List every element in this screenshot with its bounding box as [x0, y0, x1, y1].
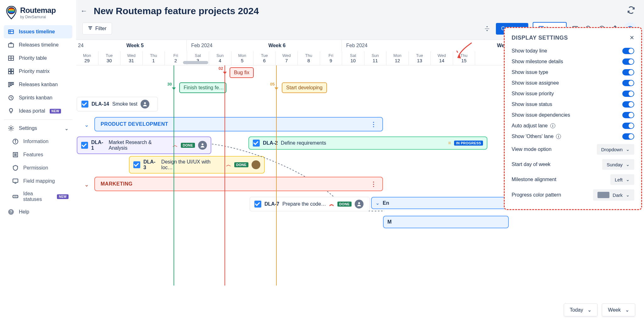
toggle-switch[interactable]	[622, 69, 634, 75]
close-icon[interactable]: ✕	[630, 34, 634, 41]
setting-milestone-align: Milestone alignment Left⌄	[512, 172, 634, 187]
milestone-start[interactable]: Start developing	[282, 82, 327, 93]
bulb-icon	[8, 108, 14, 114]
setting-label: Show issue assignee	[512, 80, 559, 86]
help-icon: ?	[8, 208, 14, 215]
main: ← New Routemap feature projects 2024 Fil…	[76, 0, 644, 322]
setting-label: Auto adjust lane	[512, 123, 548, 129]
button-label: Filter	[95, 26, 107, 31]
toggle-switch[interactable]	[622, 112, 634, 118]
status-badge: IN PROGRESS	[454, 141, 483, 146]
more-icon[interactable]: ⋮	[370, 180, 377, 188]
toggle-switch[interactable]	[622, 48, 634, 54]
priority-medium-icon: ≡	[448, 140, 451, 146]
milestone-bugfix[interactable]: Bug fix	[230, 67, 254, 78]
toggle-switch[interactable]	[622, 58, 634, 65]
status-badge: DONE	[181, 143, 195, 148]
setting-label: Show 'Others' lane	[512, 134, 553, 139]
collapse-lane-icon[interactable]: ⌄	[84, 181, 89, 188]
setting-toggle-row: Show issue assignee	[512, 78, 634, 88]
sidebar-item-releases-kanban[interactable]: Releases kanban	[4, 78, 72, 91]
task-type-icon	[81, 101, 88, 108]
calendar-day: Wed31	[120, 51, 143, 65]
start-day-select[interactable]: Sunday⌄	[602, 159, 634, 170]
sidebar-item-information[interactable]: Information	[4, 135, 72, 148]
zoom-dropdown[interactable]: Week⌄	[602, 303, 635, 316]
sidebar-item-ideas-portal[interactable]: Ideas portal NEW	[4, 104, 72, 118]
filter-icon	[88, 25, 93, 32]
setting-label: Show issue status	[512, 102, 552, 107]
task-m[interactable]: M	[383, 216, 509, 228]
page-title: New Routemap feature projects 2024	[94, 6, 259, 16]
more-icon[interactable]: ⋮	[370, 120, 377, 128]
today-dropdown[interactable]: Today⌄	[564, 303, 598, 316]
sidebar-item-releases-timeline[interactable]: Releases timeline	[4, 38, 72, 52]
back-arrow-icon[interactable]: ←	[80, 7, 87, 15]
setting-toggle-row: Show issue type	[512, 67, 634, 78]
task-dla-7[interactable]: DLA-7 Prepare the code… ︽ DONE	[250, 197, 370, 211]
lane-title: MARKETING	[101, 181, 132, 187]
collapse-vertical-icon[interactable]	[483, 24, 491, 33]
info-icon	[12, 138, 19, 145]
svg-rect-13	[11, 69, 14, 71]
collapse-lane-icon[interactable]: ⌄	[84, 121, 89, 128]
sync-icon[interactable]	[627, 6, 635, 16]
status-icon: ABC	[12, 193, 19, 200]
calendar-day: Thu8	[298, 51, 320, 65]
calendar-day: Thu1	[143, 51, 165, 65]
toggle-switch[interactable]	[622, 101, 634, 108]
setting-toggle-row: Auto adjust lanei	[512, 120, 634, 131]
svg-rect-15	[11, 72, 14, 74]
task-title: Define requirements	[281, 140, 326, 146]
calendar-day: Sun4	[209, 51, 231, 65]
sidebar-label: Help	[19, 209, 29, 215]
priority-highest-icon: ︽	[329, 201, 334, 208]
task-dla-3[interactable]: DLA-3 Design the UI/UX with loc… ︿ DONE	[129, 156, 265, 174]
svg-rect-14	[8, 72, 11, 74]
sidebar-item-issues-timeline[interactable]: Issues timeline	[4, 25, 72, 38]
milestone-line-orange	[276, 65, 277, 286]
view-mode-select[interactable]: Dropdown⌄	[597, 144, 634, 155]
panel-title: DISPLAY SETTINGS	[512, 35, 568, 41]
progress-color-select[interactable]: Dark⌄	[593, 189, 634, 201]
lane-product-dev[interactable]: PRODUCT DEVELOPMENT ⋮	[94, 117, 383, 131]
milestone-finish[interactable]: Finish testing fe…	[179, 82, 226, 93]
sidebar-label: Permission	[23, 165, 48, 171]
sidebar-item-field-mapping[interactable]: Field mapping	[4, 175, 72, 188]
toggle-switch[interactable]	[622, 91, 634, 97]
task-en[interactable]: ⌄ En	[371, 197, 509, 209]
sidebar-label: Releases timeline	[19, 42, 58, 48]
calendar-day: Sun11	[364, 51, 387, 65]
month-label: Feb 2024	[191, 43, 213, 48]
setting-label: View mode option	[512, 147, 552, 152]
toggle-switch[interactable]	[622, 133, 634, 140]
sidebar-item-priority-matrix[interactable]: Priority matrix	[4, 65, 72, 78]
task-card-smoke[interactable]: DLA-14 Smoke test	[77, 97, 158, 111]
sidebar-item-priority-table[interactable]: Priority table	[4, 52, 72, 65]
sidebar-item-permission[interactable]: Permission	[4, 161, 72, 175]
calendar-day: Fri9	[320, 51, 342, 65]
sidebar-item-help[interactable]: ? Help	[4, 205, 72, 219]
sidebar-item-settings[interactable]: Settings ⌄	[4, 122, 72, 135]
sidebar-item-idea-statuses[interactable]: ABC Idea statuses NEW	[4, 188, 72, 205]
task-dla-2[interactable]: DLA-2 Define requirements ≡ IN PROGRESS	[248, 136, 487, 150]
filter-button[interactable]: Filter	[82, 23, 112, 35]
setting-label: Show issue type	[512, 69, 548, 75]
sidebar-item-features[interactable]: Features	[4, 148, 72, 161]
sidebar-item-sprints-kanban[interactable]: Sprints kanban	[4, 91, 72, 104]
lane-marketing[interactable]: MARKETING ⋮	[94, 177, 383, 191]
logo-title: Routemap	[20, 6, 56, 15]
toggle-switch[interactable]	[622, 123, 634, 129]
info-icon[interactable]: i	[556, 134, 561, 139]
toggle-switch[interactable]	[622, 80, 634, 86]
avatar-icon	[252, 160, 260, 169]
h-scrollbar[interactable]	[183, 61, 208, 64]
info-icon[interactable]: i	[550, 123, 555, 128]
milestone-align-select[interactable]: Left⌄	[610, 174, 634, 185]
sidebar-label: Releases kanban	[19, 82, 58, 87]
svg-point-43	[144, 102, 146, 104]
task-dla-1[interactable]: DLA-1 Market Research & Analysis ︿ DONE	[77, 136, 211, 154]
chevron-down-icon: ⌄	[375, 200, 380, 206]
task-title: En	[383, 200, 389, 206]
sidebar-label: Sprints kanban	[19, 95, 53, 101]
